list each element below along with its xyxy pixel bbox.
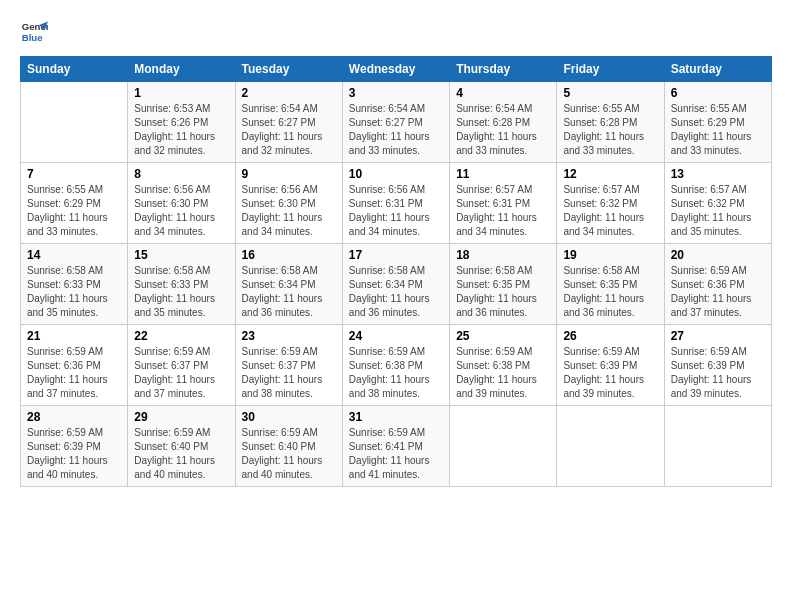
calendar-cell: 31Sunrise: 6:59 AM Sunset: 6:41 PM Dayli… [342,406,449,487]
cell-info: Sunrise: 6:54 AM Sunset: 6:27 PM Dayligh… [349,102,443,158]
cell-info: Sunrise: 6:55 AM Sunset: 6:28 PM Dayligh… [563,102,657,158]
calendar-cell: 15Sunrise: 6:58 AM Sunset: 6:33 PM Dayli… [128,244,235,325]
cell-info: Sunrise: 6:56 AM Sunset: 6:30 PM Dayligh… [134,183,228,239]
calendar-cell: 3Sunrise: 6:54 AM Sunset: 6:27 PM Daylig… [342,82,449,163]
cell-info: Sunrise: 6:53 AM Sunset: 6:26 PM Dayligh… [134,102,228,158]
day-number: 10 [349,167,443,181]
svg-text:Blue: Blue [22,32,43,43]
cell-info: Sunrise: 6:59 AM Sunset: 6:38 PM Dayligh… [456,345,550,401]
calendar-cell: 24Sunrise: 6:59 AM Sunset: 6:38 PM Dayli… [342,325,449,406]
cell-info: Sunrise: 6:56 AM Sunset: 6:31 PM Dayligh… [349,183,443,239]
day-number: 28 [27,410,121,424]
cell-info: Sunrise: 6:59 AM Sunset: 6:36 PM Dayligh… [27,345,121,401]
calendar-table: SundayMondayTuesdayWednesdayThursdayFrid… [20,56,772,487]
cell-info: Sunrise: 6:59 AM Sunset: 6:39 PM Dayligh… [671,345,765,401]
day-header: Thursday [450,57,557,82]
day-number: 22 [134,329,228,343]
cell-info: Sunrise: 6:54 AM Sunset: 6:27 PM Dayligh… [242,102,336,158]
calendar-cell: 17Sunrise: 6:58 AM Sunset: 6:34 PM Dayli… [342,244,449,325]
cell-info: Sunrise: 6:57 AM Sunset: 6:31 PM Dayligh… [456,183,550,239]
day-header: Saturday [664,57,771,82]
cell-info: Sunrise: 6:57 AM Sunset: 6:32 PM Dayligh… [671,183,765,239]
day-number: 17 [349,248,443,262]
calendar-cell: 19Sunrise: 6:58 AM Sunset: 6:35 PM Dayli… [557,244,664,325]
calendar-cell: 21Sunrise: 6:59 AM Sunset: 6:36 PM Dayli… [21,325,128,406]
day-number: 19 [563,248,657,262]
cell-info: Sunrise: 6:59 AM Sunset: 6:39 PM Dayligh… [27,426,121,482]
day-number: 20 [671,248,765,262]
calendar-cell [557,406,664,487]
day-number: 25 [456,329,550,343]
logo-icon: General Blue [20,18,48,46]
calendar-cell: 4Sunrise: 6:54 AM Sunset: 6:28 PM Daylig… [450,82,557,163]
calendar-cell: 20Sunrise: 6:59 AM Sunset: 6:36 PM Dayli… [664,244,771,325]
day-number: 8 [134,167,228,181]
calendar-cell [21,82,128,163]
calendar-cell: 25Sunrise: 6:59 AM Sunset: 6:38 PM Dayli… [450,325,557,406]
cell-info: Sunrise: 6:59 AM Sunset: 6:37 PM Dayligh… [134,345,228,401]
day-number: 29 [134,410,228,424]
cell-info: Sunrise: 6:59 AM Sunset: 6:37 PM Dayligh… [242,345,336,401]
calendar-cell: 5Sunrise: 6:55 AM Sunset: 6:28 PM Daylig… [557,82,664,163]
day-number: 16 [242,248,336,262]
calendar-cell: 10Sunrise: 6:56 AM Sunset: 6:31 PM Dayli… [342,163,449,244]
day-number: 26 [563,329,657,343]
day-header: Tuesday [235,57,342,82]
calendar-cell: 23Sunrise: 6:59 AM Sunset: 6:37 PM Dayli… [235,325,342,406]
day-header: Wednesday [342,57,449,82]
day-number: 5 [563,86,657,100]
calendar-cell: 30Sunrise: 6:59 AM Sunset: 6:40 PM Dayli… [235,406,342,487]
day-number: 13 [671,167,765,181]
day-number: 4 [456,86,550,100]
logo: General Blue [20,18,52,46]
cell-info: Sunrise: 6:59 AM Sunset: 6:40 PM Dayligh… [134,426,228,482]
day-number: 18 [456,248,550,262]
cell-info: Sunrise: 6:59 AM Sunset: 6:41 PM Dayligh… [349,426,443,482]
calendar-cell: 11Sunrise: 6:57 AM Sunset: 6:31 PM Dayli… [450,163,557,244]
cell-info: Sunrise: 6:54 AM Sunset: 6:28 PM Dayligh… [456,102,550,158]
cell-info: Sunrise: 6:59 AM Sunset: 6:40 PM Dayligh… [242,426,336,482]
calendar-cell: 18Sunrise: 6:58 AM Sunset: 6:35 PM Dayli… [450,244,557,325]
calendar-cell: 2Sunrise: 6:54 AM Sunset: 6:27 PM Daylig… [235,82,342,163]
day-number: 3 [349,86,443,100]
day-header: Friday [557,57,664,82]
day-number: 21 [27,329,121,343]
day-number: 27 [671,329,765,343]
cell-info: Sunrise: 6:59 AM Sunset: 6:38 PM Dayligh… [349,345,443,401]
calendar-week-row: 7Sunrise: 6:55 AM Sunset: 6:29 PM Daylig… [21,163,772,244]
calendar-cell: 7Sunrise: 6:55 AM Sunset: 6:29 PM Daylig… [21,163,128,244]
day-number: 23 [242,329,336,343]
day-number: 2 [242,86,336,100]
calendar-cell: 9Sunrise: 6:56 AM Sunset: 6:30 PM Daylig… [235,163,342,244]
cell-info: Sunrise: 6:56 AM Sunset: 6:30 PM Dayligh… [242,183,336,239]
calendar-cell: 13Sunrise: 6:57 AM Sunset: 6:32 PM Dayli… [664,163,771,244]
day-number: 1 [134,86,228,100]
day-number: 31 [349,410,443,424]
calendar-cell [664,406,771,487]
calendar-cell: 1Sunrise: 6:53 AM Sunset: 6:26 PM Daylig… [128,82,235,163]
cell-info: Sunrise: 6:58 AM Sunset: 6:33 PM Dayligh… [27,264,121,320]
cell-info: Sunrise: 6:57 AM Sunset: 6:32 PM Dayligh… [563,183,657,239]
cell-info: Sunrise: 6:59 AM Sunset: 6:39 PM Dayligh… [563,345,657,401]
cell-info: Sunrise: 6:55 AM Sunset: 6:29 PM Dayligh… [671,102,765,158]
day-header: Sunday [21,57,128,82]
cell-info: Sunrise: 6:58 AM Sunset: 6:33 PM Dayligh… [134,264,228,320]
day-number: 30 [242,410,336,424]
cell-info: Sunrise: 6:58 AM Sunset: 6:34 PM Dayligh… [242,264,336,320]
cell-info: Sunrise: 6:59 AM Sunset: 6:36 PM Dayligh… [671,264,765,320]
cell-info: Sunrise: 6:58 AM Sunset: 6:34 PM Dayligh… [349,264,443,320]
calendar-cell: 14Sunrise: 6:58 AM Sunset: 6:33 PM Dayli… [21,244,128,325]
calendar-week-row: 21Sunrise: 6:59 AM Sunset: 6:36 PM Dayli… [21,325,772,406]
day-number: 9 [242,167,336,181]
calendar-cell: 6Sunrise: 6:55 AM Sunset: 6:29 PM Daylig… [664,82,771,163]
cell-info: Sunrise: 6:58 AM Sunset: 6:35 PM Dayligh… [563,264,657,320]
day-number: 24 [349,329,443,343]
calendar-cell [450,406,557,487]
calendar-cell: 16Sunrise: 6:58 AM Sunset: 6:34 PM Dayli… [235,244,342,325]
calendar-cell: 22Sunrise: 6:59 AM Sunset: 6:37 PM Dayli… [128,325,235,406]
day-header: Monday [128,57,235,82]
calendar-cell: 26Sunrise: 6:59 AM Sunset: 6:39 PM Dayli… [557,325,664,406]
calendar-cell: 8Sunrise: 6:56 AM Sunset: 6:30 PM Daylig… [128,163,235,244]
calendar-cell: 28Sunrise: 6:59 AM Sunset: 6:39 PM Dayli… [21,406,128,487]
header-row: SundayMondayTuesdayWednesdayThursdayFrid… [21,57,772,82]
